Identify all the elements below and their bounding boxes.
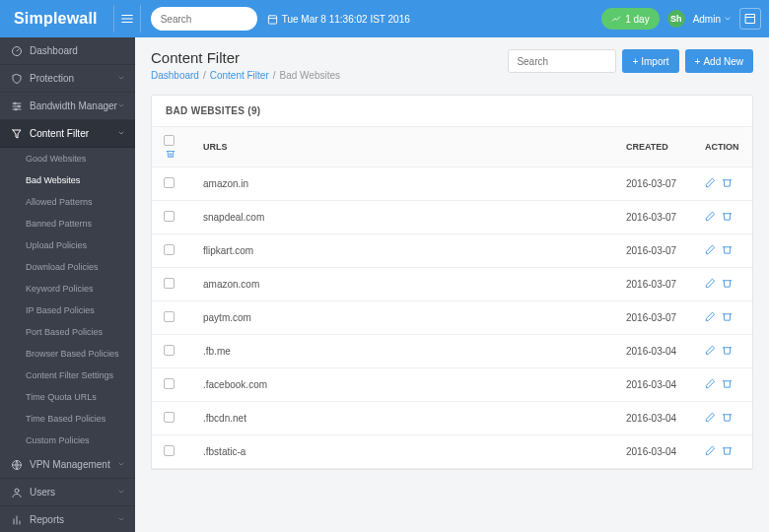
sidebar-sub-allowed-patterns[interactable]: Allowed Patterns <box>0 191 135 213</box>
sidebar-item-label: Protection <box>30 73 74 84</box>
calendar-icon <box>267 14 278 25</box>
table-row: .facebook.com2016-03-04 <box>152 367 752 401</box>
chevron-down-icon <box>117 73 125 84</box>
admin-menu[interactable]: Admin <box>693 14 732 25</box>
sidebar-sub-banned-patterns[interactable]: Banned Patterns <box>0 213 135 234</box>
cell-url: amazon.com <box>191 267 614 300</box>
cell-created: 2016-03-07 <box>614 267 693 300</box>
svg-rect-5 <box>268 15 276 23</box>
col-created: CREATED <box>614 127 693 167</box>
globe-icon <box>10 459 24 471</box>
edit-icon[interactable] <box>705 246 716 257</box>
chevron-down-icon <box>117 100 125 111</box>
edit-icon[interactable] <box>705 347 716 358</box>
trash-icon[interactable] <box>722 447 733 458</box>
chevron-down-icon <box>117 514 125 525</box>
row-checkbox[interactable] <box>164 345 175 356</box>
chevron-down-icon <box>117 459 125 470</box>
sidebar-item-content-filter[interactable]: Content Filter <box>0 120 135 148</box>
sidebar-sub-keyword-policies[interactable]: Keyword Policies <box>0 278 135 299</box>
sidebar-sub-good-websites[interactable]: Good Websites <box>0 148 135 169</box>
edit-icon[interactable] <box>705 280 716 291</box>
row-checkbox[interactable] <box>164 244 175 255</box>
security-status-icon[interactable]: Sh <box>667 10 685 28</box>
page-title: Content Filter <box>151 49 340 66</box>
trash-icon[interactable] <box>722 347 733 358</box>
table-row: flipkart.com2016-03-07 <box>152 233 752 267</box>
cell-created: 2016-03-07 <box>614 200 693 233</box>
sidebar-sub-port-based-policies[interactable]: Port Based Policies <box>0 321 135 343</box>
svg-marker-17 <box>13 130 21 138</box>
page-search[interactable] <box>508 49 616 73</box>
row-checkbox[interactable] <box>164 177 175 188</box>
sidebar-sub-ip-based-policies[interactable]: IP Based Policies <box>0 299 135 321</box>
layout-toggle[interactable] <box>739 8 761 30</box>
panel-title: BAD WEBSITES (9) <box>152 96 752 126</box>
bars-icon <box>10 514 24 526</box>
trash-icon[interactable] <box>722 280 733 291</box>
sidebar-item-dashboard[interactable]: Dashboard <box>0 37 135 65</box>
table-row: .fb.me2016-03-04 <box>152 334 752 367</box>
table-row: .fbcdn.net2016-03-04 <box>152 401 752 434</box>
sidebar-sub-bad-websites[interactable]: Bad Websites <box>0 169 135 191</box>
trash-icon[interactable] <box>722 246 733 257</box>
trash-icon[interactable] <box>722 213 733 224</box>
trash-icon[interactable] <box>722 380 733 391</box>
col-action: ACTION <box>693 127 752 167</box>
sidebar-item-label: Users <box>30 487 55 498</box>
user-icon <box>10 487 24 499</box>
trash-icon[interactable] <box>722 313 733 324</box>
menu-toggle[interactable] <box>113 5 141 33</box>
import-button[interactable]: +Import <box>622 49 678 73</box>
row-checkbox[interactable] <box>164 445 175 456</box>
cell-url: snapdeal.com <box>191 200 614 233</box>
chevron-down-icon <box>117 487 125 498</box>
trash-icon[interactable] <box>166 149 175 159</box>
table-row: .fbstatic-a2016-03-04 <box>152 434 752 468</box>
sidebar-item-reports[interactable]: Reports <box>0 506 135 532</box>
sidebar-item-protection[interactable]: Protection <box>0 65 135 93</box>
row-checkbox[interactable] <box>164 311 175 322</box>
edit-icon[interactable] <box>705 447 716 458</box>
trash-icon[interactable] <box>722 179 733 190</box>
edit-icon[interactable] <box>705 414 716 425</box>
sidebar-sub-download-policies[interactable]: Download Policies <box>0 256 135 278</box>
trash-icon[interactable] <box>722 414 733 425</box>
brand-logo: Simplewall <box>8 10 113 28</box>
crumb-content-filter[interactable]: Content Filter <box>210 70 269 81</box>
row-checkbox[interactable] <box>164 412 175 423</box>
row-checkbox[interactable] <box>164 278 175 289</box>
chevron-down-icon <box>117 128 125 139</box>
row-checkbox[interactable] <box>164 378 175 389</box>
sidebar-item-vpn-management[interactable]: VPN Management <box>0 451 135 479</box>
sidebar-item-label: Content Filter <box>30 128 89 139</box>
sidebar-sub-browser-based-policies[interactable]: Browser Based Policies <box>0 343 135 365</box>
sidebar: DashboardProtectionBandwidth ManagerCont… <box>0 37 135 532</box>
top-search[interactable] <box>151 7 257 31</box>
cell-created: 2016-03-07 <box>614 233 693 267</box>
time-range-pill[interactable]: 1 day <box>601 8 659 30</box>
sidebar-sub-time-quota-urls[interactable]: Time Quota URLs <box>0 386 135 408</box>
sidebar-sub-time-based-policies[interactable]: Time Based Policies <box>0 408 135 430</box>
sidebar-item-users[interactable]: Users <box>0 479 135 506</box>
cell-created: 2016-03-04 <box>614 367 693 401</box>
sidebar-sub-custom-policies[interactable]: Custom Policies <box>0 430 135 451</box>
funnel-icon <box>10 128 24 140</box>
edit-icon[interactable] <box>705 380 716 391</box>
table-row: amazon.in2016-03-07 <box>152 166 752 200</box>
crumb-dashboard[interactable]: Dashboard <box>151 70 199 81</box>
sidebar-item-label: Reports <box>30 514 64 525</box>
sidebar-item-bandwidth-manager[interactable]: Bandwidth Manager <box>0 93 135 120</box>
edit-icon[interactable] <box>705 179 716 190</box>
row-checkbox[interactable] <box>164 211 175 222</box>
cell-created: 2016-03-07 <box>614 300 693 334</box>
edit-icon[interactable] <box>705 213 716 224</box>
add-new-button[interactable]: +Add New <box>685 49 753 73</box>
gauge-icon <box>10 45 24 57</box>
sidebar-sub-upload-policies[interactable]: Upload Policies <box>0 234 135 256</box>
edit-icon[interactable] <box>705 313 716 324</box>
select-all-checkbox[interactable] <box>164 135 175 146</box>
sidebar-sub-content-filter-settings[interactable]: Content Filter Settings <box>0 365 135 386</box>
cell-url: .fb.me <box>191 334 614 367</box>
svg-rect-7 <box>746 15 755 24</box>
